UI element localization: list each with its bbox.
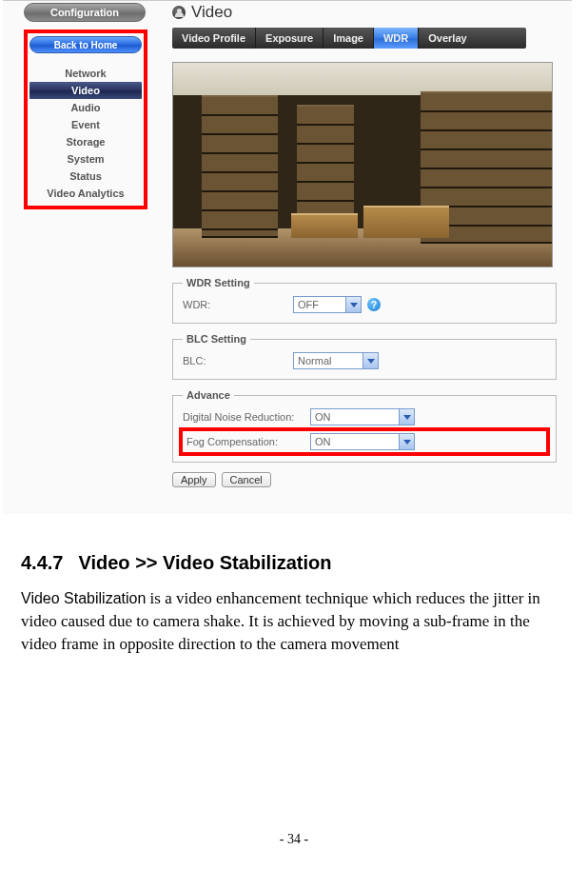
document-body: 4.4.7Video >> Video Stabilization Video …: [0, 514, 588, 655]
heading-title: Video >> Video Stabilization: [78, 552, 331, 573]
wdr-legend: WDR Setting: [183, 277, 254, 288]
tab-wdr[interactable]: WDR: [374, 28, 419, 49]
help-icon[interactable]: ?: [367, 298, 381, 311]
wdr-select-value: OFF: [298, 299, 319, 310]
back-to-home-button[interactable]: Back to Home: [29, 36, 142, 53]
sidebar-item-audio[interactable]: Audio: [29, 99, 142, 116]
body-lead: Video Stabilization: [21, 590, 146, 606]
sidebar-item-video-analytics[interactable]: Video Analytics: [29, 185, 142, 202]
button-row: Apply Cancel: [172, 472, 557, 487]
sidebar-item-system[interactable]: System: [29, 150, 142, 168]
main-panel: Video Video Profile Exposure Image WDR O…: [172, 1, 564, 487]
sidebar-highlight-box: Back to Home Network Video Audio Event S…: [24, 30, 147, 209]
dnr-select-value: ON: [315, 411, 331, 423]
settings-area: WDR Setting WDR: OFF ? BLC Setting BLC: …: [172, 277, 557, 487]
fog-highlight-box: Fog Compensation: ON: [179, 427, 550, 456]
app-screenshot: Configuration Back to Home Network Video…: [3, 0, 572, 514]
cancel-button[interactable]: Cancel: [222, 472, 271, 487]
body-paragraph: Video Stabilization is a video enhanceme…: [21, 587, 567, 655]
tab-video-profile[interactable]: Video Profile: [172, 28, 256, 49]
wdr-select[interactable]: OFF: [293, 296, 362, 313]
sidebar-item-network[interactable]: Network: [29, 65, 142, 82]
page-title-row: Video: [172, 1, 564, 28]
wdr-fieldset: WDR Setting WDR: OFF ?: [172, 277, 557, 324]
blc-select-value: Normal: [298, 355, 331, 366]
dnr-select[interactable]: ON: [310, 408, 415, 425]
sidebar-item-video[interactable]: Video: [29, 82, 142, 99]
blc-label: BLC:: [183, 355, 287, 366]
blc-select[interactable]: Normal: [293, 352, 379, 369]
tab-bar: Video Profile Exposure Image WDR Overlay: [172, 28, 526, 49]
blc-fieldset: BLC Setting BLC: Normal: [172, 333, 557, 380]
blc-legend: BLC Setting: [183, 333, 250, 345]
chevron-down-icon: [363, 353, 378, 368]
chevron-down-icon: [345, 297, 361, 312]
apply-button[interactable]: Apply: [172, 472, 216, 487]
tab-image[interactable]: Image: [323, 28, 374, 49]
advance-fieldset: Advance Digital Noise Reduction: ON Fog …: [172, 389, 557, 463]
section-heading: 4.4.7Video >> Video Stabilization: [21, 552, 567, 574]
fog-select[interactable]: ON: [310, 433, 415, 450]
tab-exposure[interactable]: Exposure: [256, 28, 323, 49]
configuration-button[interactable]: Configuration: [24, 3, 146, 22]
fog-label: Fog Compensation:: [186, 436, 304, 447]
fog-select-value: ON: [315, 436, 331, 447]
tab-overlay[interactable]: Overlay: [419, 28, 476, 49]
video-preview: [172, 62, 553, 267]
wdr-label: WDR:: [183, 299, 287, 310]
heading-number: 4.4.7: [21, 552, 63, 573]
page-number: - 34 -: [0, 832, 588, 847]
chevron-down-icon: [399, 409, 414, 425]
page-title: Video: [191, 3, 232, 22]
advance-legend: Advance: [183, 389, 234, 401]
sidebar-item-status[interactable]: Status: [29, 168, 142, 185]
chevron-down-icon: [399, 434, 414, 449]
person-icon: [172, 6, 186, 19]
sidebar: Configuration Back to Home Network Video…: [24, 3, 147, 209]
sidebar-item-storage[interactable]: Storage: [29, 133, 142, 150]
dnr-label: Digital Noise Reduction:: [183, 411, 304, 423]
sidebar-item-event[interactable]: Event: [29, 116, 142, 133]
